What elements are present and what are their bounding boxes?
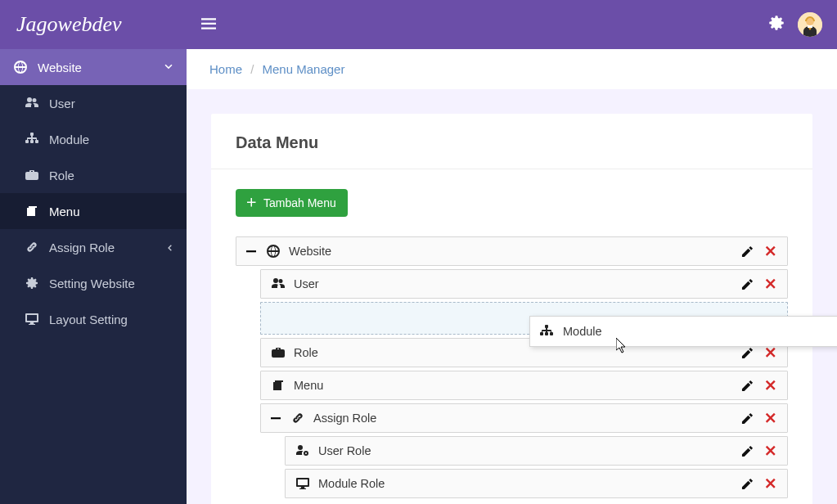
sidebar-item-assign-role[interactable]: Assign Role bbox=[0, 229, 187, 265]
tree-label: Module Role bbox=[318, 477, 741, 490]
tree-label: User bbox=[294, 277, 741, 290]
add-menu-button[interactable]: Tambah Menu bbox=[236, 189, 348, 217]
breadcrumb-separator: / bbox=[250, 62, 254, 76]
hamburger-button[interactable] bbox=[201, 17, 216, 32]
edit-button[interactable] bbox=[741, 347, 754, 359]
avatar[interactable] bbox=[798, 12, 822, 37]
sidebar-item-user[interactable]: User bbox=[0, 85, 187, 121]
sidebar-item-website[interactable]: Website bbox=[0, 49, 187, 85]
menu-tree: Website User bbox=[236, 236, 788, 498]
sidebar-item-label: Layout Setting bbox=[49, 313, 128, 326]
users-icon bbox=[271, 277, 286, 290]
link-icon bbox=[290, 412, 305, 425]
tree-row[interactable]: Website bbox=[236, 236, 788, 266]
add-menu-label: Tambah Menu bbox=[263, 196, 336, 209]
svg-rect-3 bbox=[808, 25, 812, 28]
tree-row[interactable]: Module Role bbox=[285, 469, 788, 498]
chevron-down-icon bbox=[164, 61, 173, 74]
sidebar-item-label: Menu bbox=[49, 205, 80, 218]
delete-button[interactable] bbox=[765, 412, 777, 425]
sidebar: Jagowebdev Website User Module Role bbox=[0, 0, 187, 504]
tree-row[interactable]: Menu bbox=[260, 371, 788, 400]
users-icon bbox=[25, 96, 39, 110]
tree-label: Website bbox=[289, 245, 741, 258]
breadcrumb-current: Menu Manager bbox=[263, 62, 345, 76]
topbar bbox=[187, 0, 837, 49]
gear-icon bbox=[25, 276, 39, 290]
dragging-row[interactable]: Module bbox=[529, 316, 837, 347]
usercog-icon bbox=[295, 444, 310, 457]
briefcase-icon bbox=[25, 168, 39, 182]
settings-button[interactable] bbox=[768, 15, 785, 34]
desktop-icon bbox=[25, 312, 39, 326]
sidebar-item-label: Assign Role bbox=[49, 241, 115, 254]
edit-button[interactable] bbox=[741, 445, 754, 457]
brand-logo[interactable]: Jagowebdev bbox=[0, 0, 187, 49]
sidebar-item-setting-website[interactable]: Setting Website bbox=[0, 265, 187, 301]
page-title: Data Menu bbox=[236, 133, 788, 152]
tree-label: Role bbox=[294, 346, 741, 359]
edit-button[interactable] bbox=[741, 380, 754, 392]
tree-label: Menu bbox=[294, 379, 741, 392]
delete-button[interactable] bbox=[765, 380, 777, 392]
breadcrumb: Home / Menu Manager bbox=[187, 49, 837, 89]
sidebar-item-label: Setting Website bbox=[49, 277, 135, 290]
sidebar-item-menu[interactable]: Menu bbox=[0, 193, 187, 229]
sidebar-item-label: Module bbox=[49, 133, 89, 146]
dragging-label: Module bbox=[563, 325, 837, 338]
edit-button[interactable] bbox=[741, 278, 754, 290]
delete-button[interactable] bbox=[765, 347, 777, 359]
globe-icon bbox=[13, 60, 28, 74]
tree-label: User Role bbox=[318, 444, 741, 457]
tree-label: Assign Role bbox=[313, 412, 741, 425]
sidebar-item-module[interactable]: Module bbox=[0, 121, 187, 157]
collapse-icon[interactable] bbox=[246, 246, 258, 256]
layers-icon bbox=[271, 379, 286, 392]
sidebar-item-label: Website bbox=[38, 61, 82, 74]
globe-icon bbox=[266, 245, 281, 258]
delete-button[interactable] bbox=[765, 245, 777, 258]
breadcrumb-home[interactable]: Home bbox=[209, 62, 242, 76]
layers-icon bbox=[25, 204, 39, 218]
edit-button[interactable] bbox=[741, 478, 754, 490]
sidebar-item-role[interactable]: Role bbox=[0, 157, 187, 193]
sitemap-icon bbox=[25, 132, 39, 146]
sidebar-item-label: User bbox=[49, 97, 75, 110]
tree-row[interactable]: User Role bbox=[285, 436, 788, 466]
tree-row[interactable]: Assign Role bbox=[260, 403, 788, 433]
edit-button[interactable] bbox=[741, 412, 754, 425]
sitemap-icon bbox=[540, 325, 555, 338]
delete-button[interactable] bbox=[765, 478, 777, 490]
link-icon bbox=[25, 240, 39, 254]
brand-text: Jagowebdev bbox=[16, 12, 122, 37]
delete-button[interactable] bbox=[765, 278, 777, 290]
edit-button[interactable] bbox=[741, 245, 754, 258]
tree-row[interactable]: User bbox=[260, 269, 788, 299]
delete-button[interactable] bbox=[765, 445, 777, 457]
briefcase-icon bbox=[271, 346, 286, 359]
chevron-left-icon bbox=[165, 241, 173, 254]
desktop-icon bbox=[295, 477, 310, 490]
content-card: Data Menu Tambah Menu Website bbox=[211, 114, 812, 504]
sidebar-item-label: Role bbox=[49, 169, 74, 182]
collapse-icon[interactable] bbox=[271, 413, 282, 423]
sidebar-item-layout-setting[interactable]: Layout Setting bbox=[0, 301, 187, 337]
